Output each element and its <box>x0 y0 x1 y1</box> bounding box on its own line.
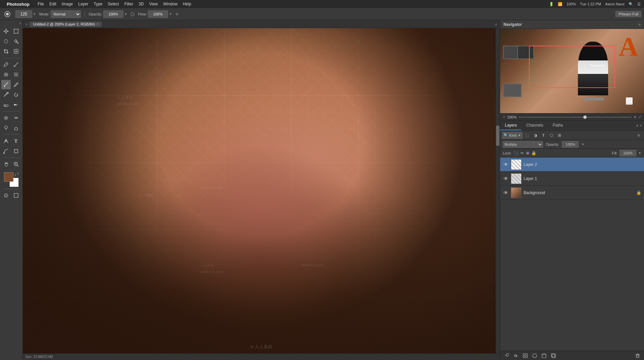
zoom-expand-icon[interactable]: ⤢ <box>638 115 641 119</box>
lasso-tool[interactable] <box>1 37 11 46</box>
zoom-out-icon[interactable]: − <box>503 115 505 120</box>
layer-row-layer2[interactable]: 👁 Layer 2 <box>500 158 644 172</box>
layer-row-layer1[interactable]: 👁 Layer 1 <box>500 172 644 186</box>
brush-size-input[interactable]: 125 <box>15 10 32 18</box>
filter-toggle[interactable]: ≡ <box>635 132 642 139</box>
menu-view[interactable]: View <box>147 0 161 8</box>
layer-row-background[interactable]: 👁 Background 🔒 <box>500 186 644 200</box>
group-layers-icon[interactable] <box>540 352 548 359</box>
screen-mode-btn[interactable] <box>11 191 21 200</box>
smoothing-icon[interactable]: ⟡ <box>175 11 178 17</box>
add-mask-icon[interactable] <box>522 352 529 359</box>
mode-select[interactable]: Normal <box>51 10 81 18</box>
smudge-tool[interactable] <box>11 113 21 123</box>
panel-collapse-right[interactable]: » <box>495 22 497 26</box>
layers-kind-filter[interactable]: 🔍 Kind ▼ <box>502 132 523 139</box>
zoom-tool[interactable] <box>11 160 21 169</box>
pen-tool[interactable] <box>1 136 11 146</box>
filter-dropdown-icon[interactable]: ▼ <box>518 134 521 137</box>
lock-all-icon[interactable]: 🔒 <box>531 151 536 155</box>
artboard-tool[interactable] <box>11 27 21 36</box>
menu-layer[interactable]: Layer <box>75 0 91 8</box>
menu-window[interactable]: Window <box>161 0 180 8</box>
zoom-slider[interactable] <box>519 117 632 118</box>
layer2-visibility-toggle[interactable]: 👁 <box>503 162 509 168</box>
canvas-tab-close[interactable]: × <box>96 22 98 26</box>
fill-dropdown-icon[interactable]: ▼ <box>638 151 641 155</box>
delete-layer-icon[interactable] <box>634 352 641 359</box>
canvas-tab[interactable]: Untitled-2 @ 200% (Layer 2, RGB/8#) × <box>30 21 102 27</box>
brush-tool[interactable] <box>1 80 11 89</box>
opacity-dropdown-icon[interactable]: ▼ <box>581 143 584 146</box>
history-brush-tool[interactable] <box>11 90 21 99</box>
background-visibility-toggle[interactable]: 👁 <box>503 190 509 196</box>
filter-shape-icon[interactable]: ⬡ <box>548 132 555 139</box>
zoom-in-icon[interactable]: + <box>634 115 636 120</box>
canvas-image[interactable]: 人 人 素 材 www.rr-sc.com www.rr-sc.com 人人素材… <box>23 28 500 360</box>
navigator-menu-icon[interactable]: ≡ <box>639 22 641 27</box>
eyedropper-tool[interactable] <box>1 60 11 69</box>
close-panel-icon[interactable]: × <box>25 22 28 26</box>
slice-tool[interactable] <box>11 47 21 56</box>
menu-filter[interactable]: Filter <box>122 0 136 8</box>
quick-mask-tool[interactable] <box>1 191 11 200</box>
canvas-scrollbar-v[interactable] <box>496 28 500 353</box>
magic-wand-tool[interactable] <box>11 37 21 46</box>
flow-value[interactable]: 100% <box>148 10 168 18</box>
filter-pixel-icon[interactable]: ⬛ <box>524 132 531 139</box>
crop-tool[interactable] <box>1 47 11 56</box>
eraser-tool[interactable] <box>1 100 11 109</box>
airbrush-toggle[interactable]: ⬡ <box>130 11 135 17</box>
menu-file[interactable]: File <box>35 0 47 8</box>
link-layers-icon[interactable] <box>503 352 510 359</box>
lock-paint-icon[interactable]: ✏ <box>521 151 524 155</box>
clone-stamp-tool[interactable] <box>1 90 11 99</box>
burn-tool[interactable] <box>11 123 21 133</box>
menu-type[interactable]: Type <box>91 0 105 8</box>
swap-colors-icon[interactable] <box>15 172 19 176</box>
filter-smart-icon[interactable]: ⊞ <box>556 132 563 139</box>
gradient-tool[interactable] <box>11 100 21 109</box>
canvas-scrollbar-thumb[interactable] <box>496 126 499 146</box>
type-tool[interactable]: T <box>11 136 21 146</box>
healing-brush-tool[interactable] <box>1 70 11 79</box>
opacity-value[interactable]: 100% <box>103 10 123 18</box>
fill-value[interactable]: 100% <box>620 150 636 156</box>
lock-transparent-icon[interactable]: ⬛ <box>514 151 519 155</box>
brush-preset-picker[interactable] <box>3 9 12 19</box>
new-layer-icon[interactable] <box>550 352 557 359</box>
move-tool[interactable] <box>1 27 11 36</box>
pencil-tool[interactable] <box>11 80 21 89</box>
lock-position-icon[interactable]: ⊕ <box>526 151 529 155</box>
layer1-visibility-toggle[interactable]: 👁 <box>503 176 509 182</box>
dodge-tool[interactable] <box>1 123 11 133</box>
blur-tool[interactable] <box>1 113 11 123</box>
layers-panel-collapse[interactable]: ▾ <box>636 124 638 128</box>
adjustment-layer-icon[interactable] <box>531 352 538 359</box>
menu-help[interactable]: Help <box>180 0 194 8</box>
tab-layers[interactable]: Layers <box>500 121 522 130</box>
opacity-value[interactable]: 100% <box>562 141 579 148</box>
menu-image[interactable]: Image <box>59 0 75 8</box>
fx-icon[interactable]: fx <box>512 352 520 359</box>
workspace-preset[interactable]: Phlearn Full <box>615 11 641 17</box>
filter-adjustment-icon[interactable]: ◑ <box>532 132 539 139</box>
shape-tool[interactable] <box>11 146 21 156</box>
menu-edit[interactable]: Edit <box>47 0 59 8</box>
fg-color-swatch[interactable] <box>4 172 13 182</box>
zoom-slider-thumb[interactable] <box>583 116 587 119</box>
menu-notification-icon[interactable]: ☰ <box>637 2 641 6</box>
tab-channels[interactable]: Channels <box>522 121 548 130</box>
measure-tool[interactable] <box>11 60 21 69</box>
patch-tool[interactable] <box>11 70 21 79</box>
hand-tool[interactable] <box>1 160 11 169</box>
filter-type-icon[interactable]: T <box>540 132 547 139</box>
blend-mode-select[interactable]: Multiply <box>503 141 543 148</box>
menu-3d[interactable]: 3D <box>136 0 146 8</box>
layers-panel-close[interactable]: × <box>640 123 642 128</box>
menu-select[interactable]: Select <box>105 0 121 8</box>
menu-search-icon[interactable]: 🔍 <box>629 2 633 6</box>
tab-paths[interactable]: Paths <box>548 121 568 130</box>
toolbox-collapse-icon[interactable]: « <box>19 21 21 25</box>
path-selection-tool[interactable] <box>1 146 11 156</box>
